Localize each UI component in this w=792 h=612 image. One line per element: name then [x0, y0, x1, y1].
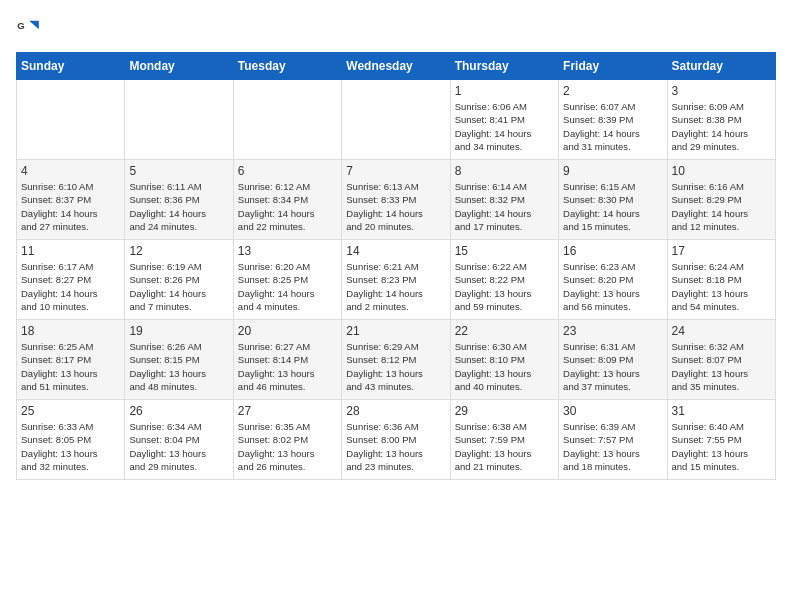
- calendar-week-row: 25Sunrise: 6:33 AM Sunset: 8:05 PM Dayli…: [17, 400, 776, 480]
- calendar-cell: [233, 80, 341, 160]
- day-info: Sunrise: 6:22 AM Sunset: 8:22 PM Dayligh…: [455, 260, 554, 313]
- calendar-table: SundayMondayTuesdayWednesdayThursdayFrid…: [16, 52, 776, 480]
- calendar-cell: 6Sunrise: 6:12 AM Sunset: 8:34 PM Daylig…: [233, 160, 341, 240]
- day-info: Sunrise: 6:15 AM Sunset: 8:30 PM Dayligh…: [563, 180, 662, 233]
- calendar-cell: 7Sunrise: 6:13 AM Sunset: 8:33 PM Daylig…: [342, 160, 450, 240]
- day-info: Sunrise: 6:39 AM Sunset: 7:57 PM Dayligh…: [563, 420, 662, 473]
- weekday-header-friday: Friday: [559, 53, 667, 80]
- day-info: Sunrise: 6:32 AM Sunset: 8:07 PM Dayligh…: [672, 340, 771, 393]
- day-info: Sunrise: 6:34 AM Sunset: 8:04 PM Dayligh…: [129, 420, 228, 473]
- day-number: 24: [672, 324, 771, 338]
- calendar-cell: 4Sunrise: 6:10 AM Sunset: 8:37 PM Daylig…: [17, 160, 125, 240]
- svg-marker-1: [29, 21, 39, 29]
- calendar-cell: 22Sunrise: 6:30 AM Sunset: 8:10 PM Dayli…: [450, 320, 558, 400]
- logo-icon: G: [16, 16, 40, 40]
- day-info: Sunrise: 6:10 AM Sunset: 8:37 PM Dayligh…: [21, 180, 120, 233]
- calendar-cell: 3Sunrise: 6:09 AM Sunset: 8:38 PM Daylig…: [667, 80, 775, 160]
- calendar-cell: 30Sunrise: 6:39 AM Sunset: 7:57 PM Dayli…: [559, 400, 667, 480]
- day-number: 28: [346, 404, 445, 418]
- day-info: Sunrise: 6:30 AM Sunset: 8:10 PM Dayligh…: [455, 340, 554, 393]
- calendar-cell: 19Sunrise: 6:26 AM Sunset: 8:15 PM Dayli…: [125, 320, 233, 400]
- day-number: 13: [238, 244, 337, 258]
- weekday-header-monday: Monday: [125, 53, 233, 80]
- day-number: 15: [455, 244, 554, 258]
- day-info: Sunrise: 6:07 AM Sunset: 8:39 PM Dayligh…: [563, 100, 662, 153]
- calendar-cell: 12Sunrise: 6:19 AM Sunset: 8:26 PM Dayli…: [125, 240, 233, 320]
- day-number: 20: [238, 324, 337, 338]
- day-info: Sunrise: 6:06 AM Sunset: 8:41 PM Dayligh…: [455, 100, 554, 153]
- calendar-cell: [342, 80, 450, 160]
- weekday-header-row: SundayMondayTuesdayWednesdayThursdayFrid…: [17, 53, 776, 80]
- day-info: Sunrise: 6:24 AM Sunset: 8:18 PM Dayligh…: [672, 260, 771, 313]
- day-number: 10: [672, 164, 771, 178]
- calendar-cell: 21Sunrise: 6:29 AM Sunset: 8:12 PM Dayli…: [342, 320, 450, 400]
- day-number: 27: [238, 404, 337, 418]
- calendar-cell: 2Sunrise: 6:07 AM Sunset: 8:39 PM Daylig…: [559, 80, 667, 160]
- calendar-cell: 26Sunrise: 6:34 AM Sunset: 8:04 PM Dayli…: [125, 400, 233, 480]
- calendar-cell: 28Sunrise: 6:36 AM Sunset: 8:00 PM Dayli…: [342, 400, 450, 480]
- calendar-cell: 1Sunrise: 6:06 AM Sunset: 8:41 PM Daylig…: [450, 80, 558, 160]
- calendar-cell: 5Sunrise: 6:11 AM Sunset: 8:36 PM Daylig…: [125, 160, 233, 240]
- day-info: Sunrise: 6:23 AM Sunset: 8:20 PM Dayligh…: [563, 260, 662, 313]
- calendar-cell: 13Sunrise: 6:20 AM Sunset: 8:25 PM Dayli…: [233, 240, 341, 320]
- day-number: 5: [129, 164, 228, 178]
- calendar-cell: 18Sunrise: 6:25 AM Sunset: 8:17 PM Dayli…: [17, 320, 125, 400]
- calendar-cell: 16Sunrise: 6:23 AM Sunset: 8:20 PM Dayli…: [559, 240, 667, 320]
- day-number: 29: [455, 404, 554, 418]
- day-info: Sunrise: 6:40 AM Sunset: 7:55 PM Dayligh…: [672, 420, 771, 473]
- calendar-cell: [17, 80, 125, 160]
- day-info: Sunrise: 6:26 AM Sunset: 8:15 PM Dayligh…: [129, 340, 228, 393]
- day-info: Sunrise: 6:31 AM Sunset: 8:09 PM Dayligh…: [563, 340, 662, 393]
- day-number: 8: [455, 164, 554, 178]
- day-info: Sunrise: 6:13 AM Sunset: 8:33 PM Dayligh…: [346, 180, 445, 233]
- day-number: 18: [21, 324, 120, 338]
- calendar-cell: 20Sunrise: 6:27 AM Sunset: 8:14 PM Dayli…: [233, 320, 341, 400]
- day-info: Sunrise: 6:17 AM Sunset: 8:27 PM Dayligh…: [21, 260, 120, 313]
- calendar-cell: 14Sunrise: 6:21 AM Sunset: 8:23 PM Dayli…: [342, 240, 450, 320]
- calendar-cell: 31Sunrise: 6:40 AM Sunset: 7:55 PM Dayli…: [667, 400, 775, 480]
- day-info: Sunrise: 6:35 AM Sunset: 8:02 PM Dayligh…: [238, 420, 337, 473]
- calendar-week-row: 11Sunrise: 6:17 AM Sunset: 8:27 PM Dayli…: [17, 240, 776, 320]
- calendar-cell: 25Sunrise: 6:33 AM Sunset: 8:05 PM Dayli…: [17, 400, 125, 480]
- day-info: Sunrise: 6:11 AM Sunset: 8:36 PM Dayligh…: [129, 180, 228, 233]
- day-number: 4: [21, 164, 120, 178]
- calendar-cell: 8Sunrise: 6:14 AM Sunset: 8:32 PM Daylig…: [450, 160, 558, 240]
- weekday-header-sunday: Sunday: [17, 53, 125, 80]
- weekday-header-saturday: Saturday: [667, 53, 775, 80]
- logo: G: [16, 16, 44, 40]
- day-info: Sunrise: 6:20 AM Sunset: 8:25 PM Dayligh…: [238, 260, 337, 313]
- day-info: Sunrise: 6:14 AM Sunset: 8:32 PM Dayligh…: [455, 180, 554, 233]
- day-number: 14: [346, 244, 445, 258]
- svg-text:G: G: [17, 20, 24, 31]
- day-info: Sunrise: 6:33 AM Sunset: 8:05 PM Dayligh…: [21, 420, 120, 473]
- calendar-cell: 9Sunrise: 6:15 AM Sunset: 8:30 PM Daylig…: [559, 160, 667, 240]
- day-info: Sunrise: 6:38 AM Sunset: 7:59 PM Dayligh…: [455, 420, 554, 473]
- day-number: 3: [672, 84, 771, 98]
- weekday-header-wednesday: Wednesday: [342, 53, 450, 80]
- calendar-week-row: 1Sunrise: 6:06 AM Sunset: 8:41 PM Daylig…: [17, 80, 776, 160]
- calendar-cell: [125, 80, 233, 160]
- day-number: 17: [672, 244, 771, 258]
- calendar-week-row: 4Sunrise: 6:10 AM Sunset: 8:37 PM Daylig…: [17, 160, 776, 240]
- day-info: Sunrise: 6:12 AM Sunset: 8:34 PM Dayligh…: [238, 180, 337, 233]
- day-info: Sunrise: 6:29 AM Sunset: 8:12 PM Dayligh…: [346, 340, 445, 393]
- calendar-week-row: 18Sunrise: 6:25 AM Sunset: 8:17 PM Dayli…: [17, 320, 776, 400]
- day-number: 21: [346, 324, 445, 338]
- day-number: 11: [21, 244, 120, 258]
- page-header: G: [16, 16, 776, 40]
- day-number: 16: [563, 244, 662, 258]
- calendar-cell: 29Sunrise: 6:38 AM Sunset: 7:59 PM Dayli…: [450, 400, 558, 480]
- calendar-cell: 17Sunrise: 6:24 AM Sunset: 8:18 PM Dayli…: [667, 240, 775, 320]
- calendar-cell: 24Sunrise: 6:32 AM Sunset: 8:07 PM Dayli…: [667, 320, 775, 400]
- day-info: Sunrise: 6:25 AM Sunset: 8:17 PM Dayligh…: [21, 340, 120, 393]
- calendar-cell: 23Sunrise: 6:31 AM Sunset: 8:09 PM Dayli…: [559, 320, 667, 400]
- day-number: 23: [563, 324, 662, 338]
- day-info: Sunrise: 6:16 AM Sunset: 8:29 PM Dayligh…: [672, 180, 771, 233]
- day-number: 1: [455, 84, 554, 98]
- day-number: 22: [455, 324, 554, 338]
- day-number: 12: [129, 244, 228, 258]
- calendar-cell: 10Sunrise: 6:16 AM Sunset: 8:29 PM Dayli…: [667, 160, 775, 240]
- day-number: 2: [563, 84, 662, 98]
- day-number: 7: [346, 164, 445, 178]
- day-info: Sunrise: 6:21 AM Sunset: 8:23 PM Dayligh…: [346, 260, 445, 313]
